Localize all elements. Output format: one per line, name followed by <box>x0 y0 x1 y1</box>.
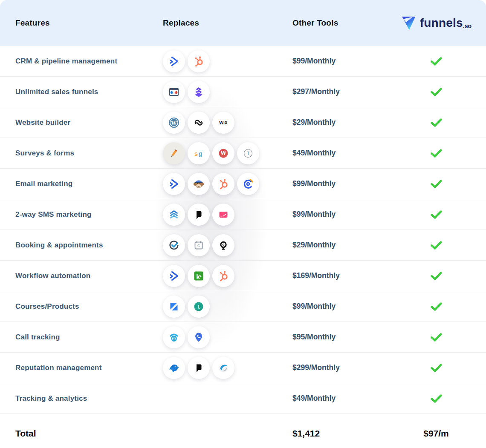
check-icon <box>431 363 442 373</box>
other-tools-price: $297/Monthly <box>277 87 386 96</box>
table-row: Surveys & formssgWT$49/Monthly <box>0 138 486 169</box>
funnels-included-cell <box>386 57 486 66</box>
check-icon <box>431 149 442 158</box>
funnels-included-cell <box>386 118 486 127</box>
table-row: Booking & appointmentsC$29/Monthly <box>0 230 486 261</box>
table-row: Unlimited sales funnels$297/Monthly <box>0 77 486 107</box>
table-row: Courses/Productst$99/Monthly <box>0 291 486 322</box>
funnels-included-cell <box>386 87 486 97</box>
quote-bubble-icon <box>188 204 210 226</box>
wix-icon: WiX <box>212 112 234 134</box>
other-tools-price: $49/Monthly <box>277 149 386 158</box>
replaced-tools: WWiX <box>163 112 277 134</box>
replaced-tools <box>163 326 277 348</box>
total-funnels-value: $97/m <box>386 428 486 439</box>
brand-logo: funnels .so <box>386 14 486 32</box>
funnels-included-cell <box>386 149 486 158</box>
brand-name: funnels <box>420 16 463 30</box>
feature-label: 2-way SMS marketing <box>0 210 163 219</box>
wufoo-icon: W <box>212 142 234 164</box>
svg-text:C: C <box>197 244 200 248</box>
activecampaign-icon <box>163 50 185 72</box>
table-body: CRM & pipeline management$99/MonthlyUnli… <box>0 46 486 414</box>
feature-label: Email marketing <box>0 180 163 188</box>
mailchimp-icon <box>188 173 210 195</box>
other-tools-price: $49/Monthly <box>277 394 386 403</box>
header-replaces: Replaces <box>163 18 277 28</box>
funnels-included-cell <box>386 363 486 373</box>
svg-text:t: t <box>197 304 200 310</box>
check-icon <box>431 394 442 403</box>
svg-text:g: g <box>199 150 202 157</box>
table-row: Reputation management$299/Monthly <box>0 353 486 383</box>
callrail-icon <box>163 326 185 348</box>
check-icon <box>431 271 442 281</box>
svg-text:W: W <box>220 150 226 156</box>
feature-label: Courses/Products <box>0 302 163 311</box>
other-tools-price: $99/Monthly <box>277 179 386 188</box>
activecampaign-icon <box>163 173 185 195</box>
funnels-included-cell <box>386 210 486 219</box>
header-features: Features <box>0 18 163 28</box>
svg-text:k: k <box>196 273 200 280</box>
other-tools-price: $299/Monthly <box>277 363 386 372</box>
feature-label: Unlimited sales funnels <box>0 88 163 96</box>
pink-envelope-icon <box>212 204 234 226</box>
replaced-tools: sgWT <box>163 142 277 164</box>
other-tools-price: $99/Monthly <box>277 210 386 219</box>
birdeye-icon <box>163 357 185 379</box>
replaced-tools: k <box>163 265 277 287</box>
table-row: Workflow automationk$169/Monthly <box>0 261 486 291</box>
check-icon <box>431 333 442 342</box>
comparison-table: Features Replaces Other Tools funnels .s… <box>0 0 486 448</box>
check-icon <box>431 87 442 97</box>
table-row: Call tracking$95/Monthly <box>0 322 486 353</box>
acuity-icon <box>212 234 234 256</box>
swoosh-circle-icon <box>212 357 234 379</box>
check-icon <box>431 302 442 311</box>
leadpages-icon <box>188 81 210 103</box>
salesmsg-icon <box>163 204 185 226</box>
pin-phone-icon <box>188 326 210 348</box>
kajabi-icon <box>163 296 185 318</box>
replaced-tools <box>163 50 277 72</box>
feature-label: Call tracking <box>0 333 163 342</box>
hubspot-icon <box>212 173 234 195</box>
total-row: Total $1,412 $97/m <box>0 414 486 448</box>
other-tools-price: $99/Monthly <box>277 57 386 66</box>
replaced-tools <box>163 357 277 379</box>
funnels-included-cell <box>386 179 486 189</box>
feature-label: CRM & pipeline management <box>0 57 163 66</box>
funnels-included-cell <box>386 394 486 403</box>
teachable-icon: t <box>188 296 210 318</box>
svg-text:WiX: WiX <box>219 120 228 125</box>
other-tools-price: $169/Monthly <box>277 271 386 280</box>
svg-text:T: T <box>247 151 249 155</box>
check-icon <box>431 241 442 250</box>
funnels-included-cell <box>386 333 486 342</box>
typeform-icon: T <box>237 142 259 164</box>
clickfunnels-icon <box>163 81 185 103</box>
other-tools-price: $95/Monthly <box>277 333 386 342</box>
activecampaign-icon <box>163 265 185 287</box>
constant-contact-icon <box>237 173 259 195</box>
hubspot-icon <box>212 265 234 287</box>
total-label: Total <box>0 428 163 439</box>
feature-label: Website builder <box>0 118 163 127</box>
check-icon <box>431 179 442 189</box>
table-row: 2-way SMS marketing$99/Monthly <box>0 199 486 230</box>
replaced-tools: C <box>163 234 277 256</box>
calendly-icon: C <box>188 234 210 256</box>
check-icon <box>431 210 442 219</box>
feature-label: Reputation management <box>0 364 163 372</box>
circle-check-booking-icon <box>163 234 185 256</box>
table-row: CRM & pipeline management$99/Monthly <box>0 46 486 77</box>
table-row: Email marketing$99/Monthly <box>0 169 486 199</box>
total-other-tools-value: $1,412 <box>277 428 386 439</box>
svg-text:W: W <box>171 120 177 126</box>
other-tools-price: $29/Monthly <box>277 118 386 127</box>
feature-label: Tracking & analytics <box>0 394 163 403</box>
funnels-included-cell <box>386 271 486 281</box>
wordpress-icon: W <box>163 112 185 134</box>
table-row: Website builderWWiX$29/Monthly <box>0 107 486 138</box>
